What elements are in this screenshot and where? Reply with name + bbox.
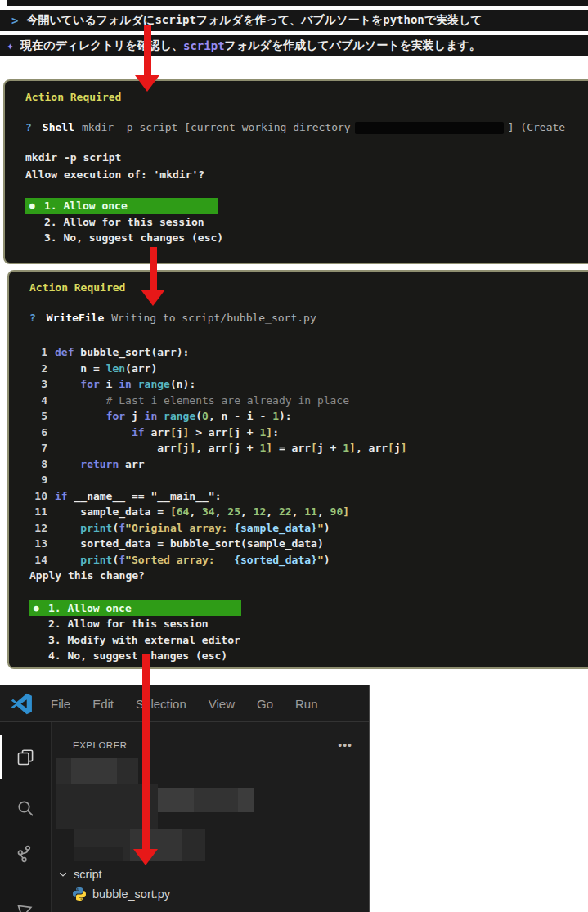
assistant-response-bar: ✦ 現在のディレクトリを確認し、scriptフォルダを作成してバブルソートを実装…: [0, 35, 588, 56]
chevron-down-icon: [58, 869, 68, 879]
code-line-5: 5 for j in range(0, n - i - 1):: [29, 408, 588, 425]
code-line-11: 11 sample_data = [64, 34, 25, 12, 22, 11…: [29, 504, 588, 520]
line-number: 7: [29, 440, 47, 456]
line-number: 2: [29, 361, 47, 377]
red-arrow-icon: [141, 247, 165, 306]
menu-item-file[interactable]: File: [51, 697, 70, 711]
question-glyph: ?: [29, 312, 36, 324]
file-label: bubble_sort.py: [92, 887, 170, 901]
line-number: 4: [29, 393, 47, 409]
user-prompt-bar: > 今開いているフォルダにscriptフォルダを作って、バブルソートをpytho…: [0, 10, 588, 31]
code-line-2: 2 n = len(arr): [29, 361, 588, 377]
redacted-block: [71, 758, 117, 784]
shell-command-text: mkdir -p script: [25, 151, 588, 164]
permission-options-list: ●1. Allow once2. Allow for this session3…: [29, 600, 588, 664]
menu-item-go[interactable]: Go: [257, 697, 273, 711]
vscode-titlebar: FileEditSelectionViewGoRun: [0, 685, 369, 722]
sparkle-icon: ✦: [7, 38, 14, 53]
permission-option-4[interactable]: 4. No, suggest changes (esc): [29, 648, 588, 664]
code-line-3: 3 for i in range(n):: [29, 376, 588, 393]
explorer-icon[interactable]: [16, 748, 35, 767]
tree-folder-script[interactable]: script: [52, 865, 370, 883]
selected-bullet-icon: ●: [29, 603, 48, 613]
tool-name: Shell: [43, 121, 74, 133]
option-label: 2. Allow for this session: [44, 216, 204, 228]
run-debug-icon[interactable]: [16, 899, 35, 912]
tool-call-line: ?WriteFileWriting to script/bubble_sort.…: [29, 312, 588, 325]
search-icon[interactable]: [16, 798, 35, 818]
permission-option-3[interactable]: 3. No, suggest changes (esc): [25, 230, 588, 246]
assistant-text-after: フォルダを作成してバブルソートを実装します。: [225, 38, 481, 53]
activity-bar: [0, 722, 52, 912]
line-number: 13: [29, 536, 47, 552]
line-number: 14: [29, 552, 47, 568]
code-line-13: 13 sorted_data = bubble_sort(sample_data…: [29, 536, 588, 552]
user-prompt-text: 今開いているフォルダにscriptフォルダを作って、バブルソートをpythonで…: [26, 13, 482, 28]
question-glyph: ?: [25, 121, 32, 133]
more-actions-button[interactable]: •••: [338, 742, 352, 748]
tool-description: Writing to script/bubble_sort.py: [111, 312, 316, 324]
selected-bullet-icon: ●: [25, 200, 44, 211]
redacted-block: [194, 788, 238, 812]
option-label: 3. Modify with external editor: [48, 634, 240, 646]
source-control-icon[interactable]: [16, 844, 35, 864]
line-number: 11: [29, 504, 47, 520]
folder-label: script: [74, 868, 102, 881]
action-required-writefile-box: Action Required ?WriteFileWriting to scr…: [7, 270, 588, 669]
assistant-text-highlight: script: [183, 39, 225, 52]
tool-call-line: ?Shellmkdir -p script [current working d…: [25, 121, 588, 134]
code-line-4: 4 # Last i elements are already in place: [29, 393, 588, 409]
line-number: 9: [29, 472, 47, 488]
tool-name: WriteFile: [47, 312, 104, 324]
tool-description-after: ] (Create: [508, 121, 565, 133]
code-preview: 1def bubble_sort(arr):2 n = len(arr)3 fo…: [29, 344, 588, 568]
code-line-12: 12 print(f"Original array: {sample_data}…: [29, 520, 588, 537]
menu-item-edit[interactable]: Edit: [92, 697, 114, 711]
code-line-14: 14 print(f"Sorted array: {sorted_data}"): [29, 552, 588, 568]
code-line-1: 1def bubble_sort(arr):: [29, 344, 588, 361]
line-number: 6: [29, 425, 47, 441]
permission-option-1[interactable]: ●1. Allow once: [25, 198, 218, 214]
python-icon: [73, 887, 86, 901]
redacted-directory-path: [355, 122, 504, 134]
code-line-9: 9: [29, 472, 588, 488]
tool-description-before: mkdir -p script [current working directo…: [82, 121, 351, 133]
option-label: 3. No, suggest changes (esc): [44, 231, 223, 244]
tree-file-bubble-sort[interactable]: bubble_sort.py: [52, 884, 370, 903]
explorer-sidebar: EXPLORER ••• script bubble_so: [52, 722, 369, 912]
vscode-logo-icon: [11, 693, 33, 715]
line-number: 12: [29, 520, 47, 537]
permission-option-2[interactable]: 2. Allow for this session: [29, 616, 588, 632]
explorer-title: EXPLORER: [73, 740, 128, 750]
line-number: 3: [29, 376, 47, 393]
line-number: 8: [29, 456, 47, 473]
option-label: 1. Allow once: [44, 200, 128, 212]
permission-option-3[interactable]: 3. Modify with external editor: [29, 632, 588, 649]
line-number: 1: [29, 344, 47, 361]
prompt-chevron-icon: >: [11, 14, 18, 27]
vscode-menu: FileEditSelectionViewGoRun: [51, 697, 318, 711]
action-required-title: Action Required: [29, 281, 588, 294]
option-label: 1. Allow once: [48, 602, 132, 614]
permission-option-2[interactable]: 2. Allow for this session: [25, 214, 588, 231]
action-required-shell-box: Action Required ?Shellmkdir -p script [c…: [3, 79, 588, 264]
menu-item-view[interactable]: View: [209, 697, 235, 711]
code-line-7: 7 arr[j], arr[j + 1] = arr[j + 1], arr[j…: [29, 440, 588, 456]
red-arrow-icon: [133, 654, 158, 865]
permission-option-1[interactable]: ●1. Allow once: [29, 600, 241, 617]
permission-question: Allow execution of: 'mkdir'?: [25, 168, 588, 182]
active-view-indicator: [0, 735, 2, 779]
action-required-title: Action Required: [25, 91, 588, 103]
code-line-8: 8 return arr: [29, 456, 588, 473]
code-line-10: 10if __name__ == "__main__":: [29, 488, 588, 505]
redacted-block: [74, 847, 123, 861]
line-number: 10: [29, 488, 47, 505]
red-arrow-icon: [135, 25, 159, 92]
vscode-window: FileEditSelectionViewGoRun EXPLORER: [0, 685, 370, 912]
line-number: 5: [29, 408, 47, 425]
menu-item-run[interactable]: Run: [295, 697, 318, 711]
code-line-6: 6 if arr[j] > arr[j + 1]:: [29, 425, 588, 441]
cropped-box-edge: [7, 0, 588, 6]
option-label: 2. Allow for this session: [48, 618, 209, 630]
permission-options-list: ●1. Allow once2. Allow for this session3…: [25, 198, 588, 246]
